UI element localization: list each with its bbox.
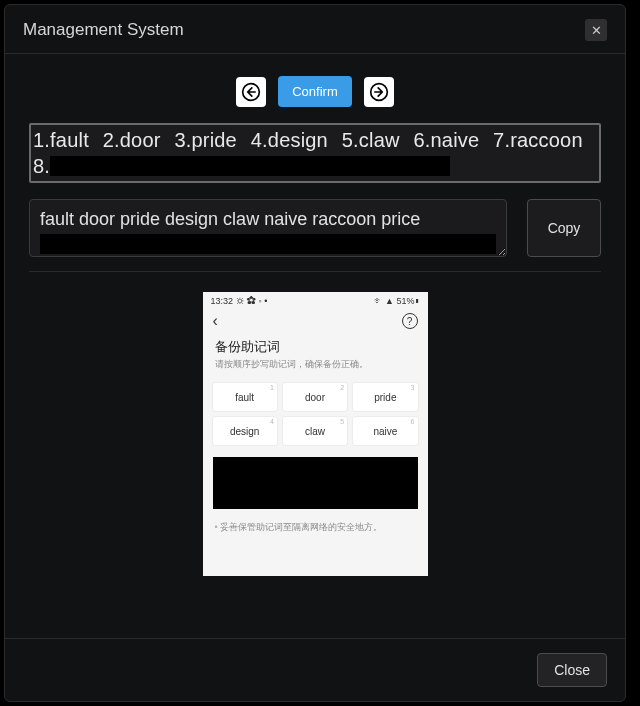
redacted-block xyxy=(40,234,496,254)
modal-dialog: Management System ✕ Confirm 1.fault xyxy=(4,4,626,702)
mnemonic-cell: 1fault xyxy=(213,383,277,411)
arrow-left-icon xyxy=(241,82,261,102)
divider xyxy=(29,271,601,272)
modal-header: Management System ✕ xyxy=(5,5,625,54)
prev-button[interactable] xyxy=(236,77,266,107)
phone-statusbar: 13:32 ⛭ ✿ ◦ • ᯤ ▲ 51%▮ xyxy=(203,292,428,308)
word-item: 5.claw xyxy=(342,129,400,151)
numbered-word-list: 1.fault 2.door 3.pride 4.design 5.claw 6… xyxy=(33,127,597,179)
phrase-row: fault door pride design claw naive racco… xyxy=(29,199,601,257)
help-icon[interactable]: ? xyxy=(402,313,418,329)
close-button[interactable]: Close xyxy=(537,653,607,687)
numbered-word-panel: 1.fault 2.door 3.pride 4.design 5.claw 6… xyxy=(29,123,601,183)
phone-note: 妥善保管助记词至隔离网络的安全地方。 xyxy=(203,517,428,534)
word-item: 2.door xyxy=(103,129,161,151)
word-item-last-index: 8. xyxy=(33,155,50,177)
mnemonic-grid: 1fault 2door 3pride 4design 5claw 6naive xyxy=(203,379,428,449)
modal-body[interactable]: Confirm 1.fault 2.door 3.pride 4.design … xyxy=(5,54,625,638)
phone-heading: 备份助记词 xyxy=(203,334,428,358)
word-item: 7.raccoon xyxy=(493,129,583,151)
mnemonic-cell: 5claw xyxy=(283,417,347,445)
word-item: 6.naive xyxy=(413,129,479,151)
word-item: 4.design xyxy=(251,129,328,151)
word-item: 1.fault xyxy=(33,129,89,151)
mnemonic-cell: 4design xyxy=(213,417,277,445)
modal-footer: Close xyxy=(5,638,625,701)
redacted-block xyxy=(213,457,418,509)
confirm-button[interactable]: Confirm xyxy=(278,76,352,107)
close-icon[interactable]: ✕ xyxy=(585,19,607,41)
redacted-block xyxy=(50,156,450,176)
mnemonic-cell: 2door xyxy=(283,383,347,411)
mnemonic-cell: 3pride xyxy=(353,383,417,411)
phone-topbar: ‹ ? xyxy=(203,308,428,334)
statusbar-right: ᯤ ▲ 51%▮ xyxy=(374,296,420,306)
modal-title: Management System xyxy=(23,20,184,40)
mnemonic-cell: 6naive xyxy=(353,417,417,445)
arrow-right-icon xyxy=(369,82,389,102)
nav-controls: Confirm xyxy=(29,76,601,107)
statusbar-time: 13:32 xyxy=(211,296,234,306)
next-button[interactable] xyxy=(364,77,394,107)
phrase-text: fault door pride design claw naive racco… xyxy=(40,208,496,230)
copy-button[interactable]: Copy xyxy=(527,199,601,257)
statusbar-left-icons: ⛭ ✿ ◦ • xyxy=(236,296,268,306)
phone-screenshot: 13:32 ⛭ ✿ ◦ • ᯤ ▲ 51%▮ ‹ ? 备份助记词 请按顺序抄写助… xyxy=(203,292,428,576)
phone-subtext: 请按顺序抄写助记词，确保备份正确。 xyxy=(203,358,428,379)
word-item: 3.pride xyxy=(174,129,237,151)
phrase-textarea[interactable]: fault door pride design claw naive racco… xyxy=(29,199,507,257)
back-icon[interactable]: ‹ xyxy=(213,312,218,330)
